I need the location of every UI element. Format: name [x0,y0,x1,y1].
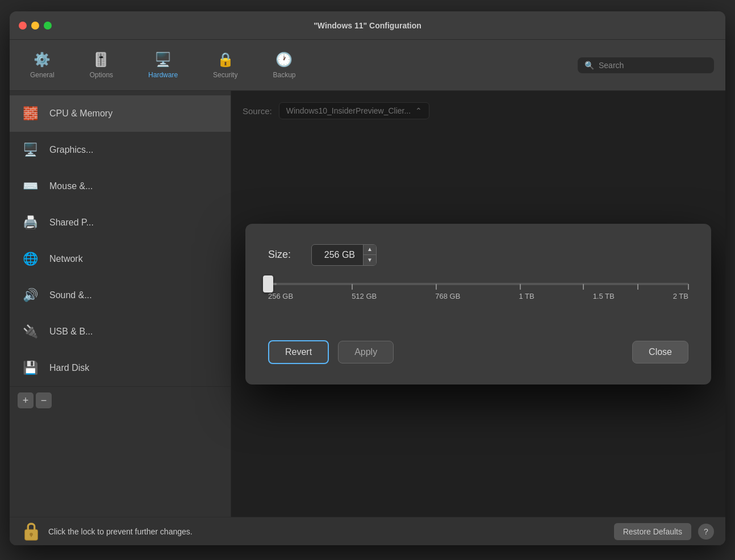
slider-track [268,283,688,285]
lock-icon-wrap[interactable] [21,520,41,543]
tab-security[interactable]: 🔒 Security [204,47,247,83]
content-area: Source: Windows10_InsiderPreview_Clier..… [231,91,725,517]
svg-rect-3 [31,534,32,537]
globe-icon: 🌐 [19,248,41,270]
titlebar: "Windows 11" Configuration [10,11,725,40]
add-item-button[interactable]: + [18,392,34,408]
tick-1 [352,284,353,290]
sidebar-controls: + − [10,386,231,414]
clock-icon: 🕐 [275,52,293,68]
tick-6 [688,284,689,290]
remove-item-button[interactable]: − [36,392,52,408]
main-window: "Windows 11" Configuration ⚙️ General 🎚️… [10,11,725,545]
keyboard-icon: ⌨️ [19,175,41,198]
minimize-button[interactable] [31,22,39,30]
maximize-button[interactable] [44,22,52,30]
slider-label-2tb: 2 TB [673,292,688,300]
stepper-up-button[interactable]: ▲ [364,245,376,255]
close-button[interactable] [19,22,27,30]
sidebar-item-graphics[interactable]: 🖥️ Graphics... [10,132,231,168]
slider-ticks [268,277,688,291]
restore-defaults-button[interactable]: Restore Defaults [614,523,691,540]
tab-options[interactable]: 🎚️ Options [81,47,122,83]
tab-security-label: Security [213,71,237,79]
sidebar-item-usb[interactable]: 🔌 USB & B... [10,314,231,350]
tick-4 [583,284,584,290]
search-input[interactable] [599,61,707,70]
size-value: 256 GB [312,246,363,264]
tick-2 [436,284,437,290]
sidebar-label-mouse: Mouse &... [49,181,93,191]
sidebar-item-network[interactable]: 🌐 Network [10,241,231,277]
lock-icon: 🔒 [217,52,234,68]
toolbar: ⚙️ General 🎚️ Options 🖥️ Hardware 🔒 Secu… [10,40,725,91]
slider-label-15tb: 1.5 TB [593,292,615,300]
options-icon: 🎚️ [93,52,110,68]
tick-3 [520,284,521,290]
size-row: Size: 256 GB ▲ ▼ [268,244,688,266]
sidebar-item-cpu-memory[interactable]: 🧱 CPU & Memory [10,95,231,132]
printer-icon: 🖨️ [19,211,41,234]
help-button[interactable]: ? [698,524,714,540]
tab-general-label: General [30,71,55,79]
tab-general[interactable]: ⚙️ General [21,47,64,83]
hardware-icon: 🖥️ [154,52,172,68]
sidebar-item-shared[interactable]: 🖨️ Shared P... [10,204,231,241]
tick-5 [637,284,638,290]
sidebar-label-shared: Shared P... [49,218,94,228]
stepper-down-button[interactable]: ▼ [364,255,376,265]
size-input-wrap: 256 GB ▲ ▼ [311,244,377,266]
search-bar[interactable]: 🔍 [578,57,714,73]
main-content: 🧱 CPU & Memory 🖥️ Graphics... ⌨️ Mouse &… [10,91,725,517]
slider-thumb[interactable] [263,275,273,292]
tab-backup-label: Backup [273,71,295,79]
slider-labels: 256 GB 512 GB 768 GB 1 TB 1.5 TB 2 TB [268,292,688,300]
traffic-lights [19,22,52,30]
apply-button[interactable]: Apply [338,341,394,363]
lock-text: Click the lock to prevent further change… [48,527,193,536]
sidebar-item-hard-disk[interactable]: 💾 Hard Disk [10,350,231,386]
stepper: ▲ ▼ [363,245,376,265]
sidebar: 🧱 CPU & Memory 🖥️ Graphics... ⌨️ Mouse &… [10,91,231,517]
slider-label-256gb: 256 GB [268,292,293,300]
modal-overlay: Size: 256 GB ▲ ▼ [231,91,725,517]
usb-icon: 🔌 [19,320,41,343]
size-slider-container: 256 GB 512 GB 768 GB 1 TB 1.5 TB 2 TB [268,283,688,317]
lock-icon [22,521,40,542]
gear-icon: ⚙️ [34,52,51,68]
size-label: Size: [268,249,302,261]
tab-options-label: Options [90,71,113,79]
sidebar-item-mouse[interactable]: ⌨️ Mouse &... [10,168,231,204]
disk-icon: 💾 [19,357,41,379]
close-button[interactable]: Close [632,341,688,363]
cpu-icon: 🧱 [19,102,41,125]
sidebar-label-cpu: CPU & Memory [49,108,112,119]
slider-label-512gb: 512 GB [352,292,377,300]
bottom-bar: Click the lock to prevent further change… [10,517,725,545]
slider-label-768gb: 768 GB [435,292,460,300]
speaker-icon: 🔊 [19,284,41,307]
window-title: "Windows 11" Configuration [314,21,421,30]
sidebar-label-hard-disk: Hard Disk [49,363,89,373]
search-icon: 🔍 [584,61,594,70]
tab-hardware[interactable]: 🖥️ Hardware [139,47,187,83]
sidebar-label-usb: USB & B... [49,327,93,337]
revert-button[interactable]: Revert [268,340,329,364]
slider-label-1tb: 1 TB [519,292,534,300]
tab-hardware-label: Hardware [148,71,178,79]
sidebar-item-sound[interactable]: 🔊 Sound &... [10,277,231,314]
monitor-icon: 🖥️ [19,139,41,161]
sidebar-label-sound: Sound &... [49,290,92,300]
modal-footer: Revert Apply Close [268,340,688,364]
size-modal: Size: 256 GB ▲ ▼ [245,224,711,385]
tab-backup[interactable]: 🕐 Backup [264,47,304,83]
sidebar-label-graphics: Graphics... [49,145,93,155]
sidebar-label-network: Network [49,254,83,264]
